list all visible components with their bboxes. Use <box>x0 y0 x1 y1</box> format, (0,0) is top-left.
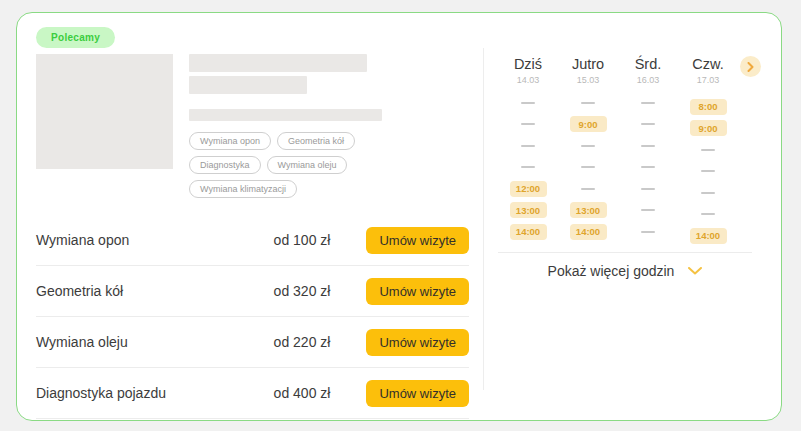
service-price: od 100 zł <box>230 232 330 248</box>
calendar-divider <box>498 252 752 253</box>
empty-slot-dash <box>618 92 678 114</box>
day-date: 14.03 <box>498 75 558 85</box>
time-slot-button[interactable]: 8:00 <box>690 99 727 115</box>
service-tag: Wymiana klimatyzacji <box>189 180 297 198</box>
service-row: Geometria kół od 320 zł Umów wizyte <box>36 266 469 317</box>
day-label: Śrd. <box>618 56 678 72</box>
day-label: Jutro <box>558 56 618 72</box>
day-column-header: Śrd. 16.03 <box>618 56 678 85</box>
service-name: Wymiana opon <box>36 232 230 248</box>
empty-slot-dash <box>498 157 558 179</box>
time-slot-cell: 13:00 <box>498 200 558 222</box>
calendar-header: Dziś 14.03 Jutro 15.03 Śrd. 16.03 Czw. 1… <box>498 56 767 85</box>
time-slot-button[interactable]: 13:00 <box>570 202 607 218</box>
time-slot-button[interactable]: 9:00 <box>690 120 727 136</box>
empty-slot-dash <box>558 157 618 179</box>
service-row: Diagnostyka pojazdu od 400 zł Umów wizyt… <box>36 368 469 419</box>
time-slot-cell: 9:00 <box>678 118 738 140</box>
day-column-header: Dziś 14.03 <box>498 56 558 85</box>
empty-slot-dash <box>558 135 618 157</box>
day-date: 16.03 <box>618 75 678 85</box>
next-days-button[interactable] <box>740 56 761 77</box>
provider-details-pane: Wymiana opon Geometria kół Diagnostyka W… <box>36 54 469 421</box>
empty-slot-dash <box>618 135 678 157</box>
empty-slot-dash <box>498 135 558 157</box>
service-price: od 320 zł <box>230 283 330 299</box>
availability-calendar: Dziś 14.03 Jutro 15.03 Śrd. 16.03 Czw. 1… <box>483 48 767 390</box>
service-price: od 220 zł <box>230 334 330 350</box>
time-slot-cell: 13:00 <box>558 200 618 222</box>
placeholder-line <box>189 76 307 94</box>
time-slot-cell: 14:00 <box>498 221 558 243</box>
service-price: od 400 zł <box>230 385 330 401</box>
time-slot-button[interactable]: 9:00 <box>570 116 607 132</box>
service-tag-list: Wymiana opon Geometria kół Diagnostyka W… <box>189 132 429 198</box>
empty-slot-dash <box>678 182 738 204</box>
book-visit-button[interactable]: Umów wizyte <box>366 278 469 305</box>
day-date: 17.03 <box>678 75 738 85</box>
day-label: Czw. <box>678 56 738 72</box>
service-row: Wymiana opon od 100 zł Umów wizyte <box>36 215 469 266</box>
service-tag: Wymiana oleju <box>267 156 348 174</box>
service-row: Wymiana oleju od 220 zł Umów wizyte <box>36 317 469 368</box>
service-tag: Diagnostyka <box>189 156 261 174</box>
empty-slot-dash <box>618 221 678 243</box>
time-slot-grid: 8:009:009:0012:0013:0013:0014:0014:0014:… <box>498 92 767 243</box>
service-name: Wymiana oleju <box>36 334 230 350</box>
empty-slot-dash <box>678 204 738 226</box>
time-slot-button[interactable]: 14:00 <box>570 224 607 240</box>
empty-slot-dash <box>618 157 678 179</box>
time-slot-button[interactable]: 12:00 <box>510 181 547 197</box>
time-slot-cell: 12:00 <box>498 178 558 200</box>
time-slot-cell: 8:00 <box>678 96 738 118</box>
recommended-badge: Polecamy <box>36 27 115 48</box>
day-column-header: Jutro 15.03 <box>558 56 618 85</box>
book-visit-button[interactable]: Umów wizyte <box>366 227 469 254</box>
service-price-list: Wymiana opon od 100 zł Umów wizyte Geome… <box>36 215 469 419</box>
empty-slot-dash <box>558 178 618 200</box>
empty-slot-dash <box>678 161 738 183</box>
chevron-right-icon <box>747 62 754 72</box>
service-tag: Wymiana opon <box>189 132 271 150</box>
show-more-hours-button[interactable]: Pokaż więcej godzin <box>498 263 752 279</box>
day-date: 15.03 <box>558 75 618 85</box>
provider-info: Wymiana opon Geometria kół Diagnostyka W… <box>189 54 469 198</box>
time-slot-button[interactable]: 14:00 <box>510 224 547 240</box>
service-provider-card: Polecamy Wymiana opon Geometria kół Diag… <box>16 12 782 421</box>
time-slot-cell: 9:00 <box>558 114 618 136</box>
empty-slot-dash <box>618 114 678 136</box>
day-column-header: Czw. 17.03 <box>678 56 738 85</box>
show-more-hours-label: Pokaż więcej godzin <box>548 263 675 279</box>
placeholder-line <box>189 109 382 121</box>
placeholder-line <box>189 54 367 72</box>
empty-slot-dash <box>558 92 618 114</box>
book-visit-button[interactable]: Umów wizyte <box>366 329 469 356</box>
day-label: Dziś <box>498 56 558 72</box>
empty-slot-dash <box>618 200 678 222</box>
provider-image-placeholder <box>36 54 173 169</box>
service-name: Geometria kół <box>36 283 230 299</box>
empty-slot-dash <box>678 139 738 161</box>
book-visit-button[interactable]: Umów wizyte <box>366 380 469 407</box>
service-tag: Geometria kół <box>277 132 355 150</box>
time-slot-button[interactable]: 13:00 <box>510 202 547 218</box>
provider-profile: Wymiana opon Geometria kół Diagnostyka W… <box>36 54 469 198</box>
empty-slot-dash <box>498 92 558 114</box>
empty-slot-dash <box>498 114 558 136</box>
time-slot-cell: 14:00 <box>678 225 738 247</box>
service-name: Diagnostyka pojazdu <box>36 385 230 401</box>
chevron-down-icon <box>688 267 702 275</box>
time-slot-cell: 14:00 <box>558 221 618 243</box>
empty-slot-dash <box>618 178 678 200</box>
time-slot-button[interactable]: 14:00 <box>690 228 727 244</box>
